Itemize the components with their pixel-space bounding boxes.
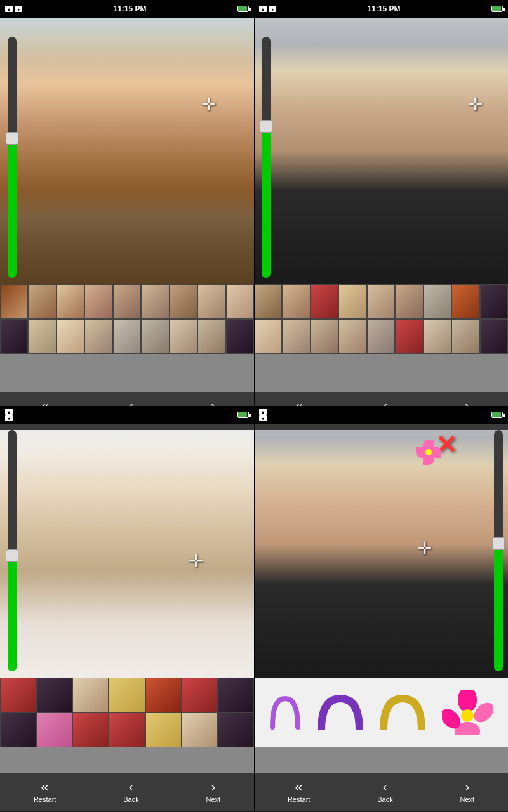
status-bar-top-left: ▲ ● 11:15 PM bbox=[0, 0, 254, 18]
thumb-13-q1[interactable] bbox=[84, 319, 112, 354]
thumb-row-2-q3 bbox=[0, 712, 254, 747]
thumb-15-q2[interactable] bbox=[395, 319, 423, 354]
accessory-purple-headband[interactable] bbox=[318, 695, 363, 730]
thumb-9-q2[interactable] bbox=[480, 284, 508, 319]
thumb-18-q2[interactable] bbox=[480, 319, 508, 354]
thumb-9-q1[interactable] bbox=[226, 284, 254, 319]
slider-fill-q2 bbox=[262, 121, 271, 278]
pink-flower-icon bbox=[442, 690, 493, 735]
thumb-3-q2[interactable] bbox=[311, 284, 338, 319]
thumb-16-q2[interactable] bbox=[424, 319, 451, 354]
next-btn-bottom-right[interactable]: › Next bbox=[460, 780, 474, 803]
status-bar-bottom-left: ▲ ● 11:14 PM bbox=[0, 406, 254, 424]
thumb-11-q2[interactable] bbox=[282, 319, 310, 354]
thumb-7-q2[interactable] bbox=[424, 284, 451, 319]
thumb-15-q1[interactable] bbox=[141, 319, 169, 354]
thumb-14-q3[interactable] bbox=[218, 712, 254, 747]
panel-q2: ✛ bbox=[254, 18, 508, 392]
photo-area-q1[interactable]: ✛ bbox=[0, 18, 254, 284]
thumb-row-1-q2 bbox=[254, 284, 508, 319]
move-icon-q3: ✛ bbox=[189, 551, 203, 572]
thumb-8-q2[interactable] bbox=[451, 284, 479, 319]
thumb-11-q1[interactable] bbox=[28, 319, 56, 354]
thumb-5-q1[interactable] bbox=[113, 284, 141, 319]
thumb-3-q1[interactable] bbox=[57, 284, 84, 319]
gold-headband-icon bbox=[380, 695, 425, 730]
accessory-gold-headband[interactable] bbox=[380, 695, 425, 730]
next-label-bottom-right: Next bbox=[460, 796, 474, 803]
slider-thumb-q3[interactable] bbox=[6, 549, 18, 562]
thumb-3-q3[interactable] bbox=[72, 678, 109, 712]
thumb-2-q2[interactable] bbox=[282, 284, 310, 319]
thumb-6-q1[interactable] bbox=[141, 284, 169, 319]
thumb-4-q1[interactable] bbox=[84, 284, 112, 319]
back-btn-bottom-right[interactable]: ‹ Back bbox=[377, 780, 392, 803]
thumb-5-q2[interactable] bbox=[367, 284, 395, 319]
thumb-6-q3[interactable] bbox=[182, 678, 218, 712]
thumb-2-q1[interactable] bbox=[28, 284, 56, 319]
battery-top-right bbox=[491, 6, 503, 12]
thumb-7-q1[interactable] bbox=[170, 284, 197, 319]
back-label-bottom-right: Back bbox=[377, 796, 392, 803]
restart-btn-bottom-right[interactable]: « Restart bbox=[288, 780, 310, 803]
thumb-12-q3[interactable] bbox=[145, 712, 182, 747]
thumb-16-q1[interactable] bbox=[170, 319, 197, 354]
thumb-5-q3[interactable] bbox=[145, 678, 182, 712]
restart-btn-bottom-left[interactable]: « Restart bbox=[34, 780, 56, 803]
slider-thumb-q1[interactable] bbox=[6, 132, 18, 145]
slider-fill-q4 bbox=[494, 539, 503, 671]
photo-area-q2[interactable]: ✛ bbox=[254, 18, 508, 284]
thumbnail-strip-q3 bbox=[0, 678, 254, 747]
thumb-12-q1[interactable] bbox=[57, 319, 84, 354]
panel-q4: ✕ ✛ bbox=[254, 411, 508, 785]
next-icon-bottom-right: › bbox=[465, 780, 469, 794]
thumb-8-q3[interactable] bbox=[0, 712, 36, 747]
battery-icons-right bbox=[491, 6, 503, 12]
battery-icons-bl bbox=[237, 412, 249, 418]
back-btn-bottom-left[interactable]: ‹ Back bbox=[123, 780, 138, 803]
time-top-left: 11:15 PM bbox=[113, 4, 146, 13]
slider-track-q2 bbox=[262, 37, 271, 278]
slider-thumb-q2[interactable] bbox=[260, 120, 272, 133]
thumb-10-q2[interactable] bbox=[254, 319, 282, 354]
back-label-bottom-left: Back bbox=[123, 796, 138, 803]
thumb-13-q3[interactable] bbox=[182, 712, 218, 747]
thumb-1-q2[interactable] bbox=[254, 284, 282, 319]
thumb-9-q3[interactable] bbox=[36, 712, 72, 747]
thumb-1-q3[interactable] bbox=[0, 678, 36, 712]
thumb-17-q1[interactable] bbox=[197, 319, 225, 354]
photo-area-q4[interactable]: ✕ ✛ bbox=[254, 411, 508, 678]
thumb-8-q1[interactable] bbox=[197, 284, 225, 319]
move-icon-q4: ✛ bbox=[417, 538, 432, 559]
accessory-curved-purple[interactable] bbox=[269, 695, 301, 730]
thumb-14-q1[interactable] bbox=[113, 319, 141, 354]
thumb-6-q2[interactable] bbox=[395, 284, 423, 319]
face-photo-q1 bbox=[0, 18, 254, 284]
time-bottom-right: 11:17 PM bbox=[358, 409, 401, 421]
flower-decoration bbox=[416, 440, 441, 465]
nav-bar-bottom-right: « Restart ‹ Back › Next bbox=[254, 773, 508, 811]
thumb-18-q1[interactable] bbox=[226, 319, 254, 354]
thumb-10-q3[interactable] bbox=[72, 712, 109, 747]
thumb-14-q2[interactable] bbox=[367, 319, 395, 354]
thumb-7-q3[interactable] bbox=[218, 678, 254, 712]
slider-thumb-q4[interactable] bbox=[492, 537, 505, 550]
thumb-10-q1[interactable] bbox=[0, 319, 28, 354]
restart-label-bottom-right: Restart bbox=[288, 796, 310, 803]
move-icon-q2: ✛ bbox=[468, 94, 483, 115]
thumb-17-q2[interactable] bbox=[451, 319, 479, 354]
thumb-1-q1[interactable] bbox=[0, 284, 28, 319]
thumb-13-q2[interactable] bbox=[338, 319, 366, 354]
accessory-pink-flower[interactable] bbox=[442, 690, 493, 735]
restart-label-bottom-left: Restart bbox=[34, 796, 56, 803]
thumb-4-q2[interactable] bbox=[338, 284, 366, 319]
thumb-12-q2[interactable] bbox=[311, 319, 338, 354]
next-btn-bottom-left[interactable]: › Next bbox=[206, 780, 220, 803]
battery-fill-left bbox=[238, 6, 247, 11]
photo-area-q3[interactable]: ✛ bbox=[0, 411, 254, 678]
thumb-4-q3[interactable] bbox=[109, 678, 145, 712]
signal-icon: ● bbox=[15, 6, 22, 12]
flower-center bbox=[425, 449, 432, 455]
thumb-11-q3[interactable] bbox=[109, 712, 145, 747]
thumb-2-q3[interactable] bbox=[36, 678, 72, 712]
